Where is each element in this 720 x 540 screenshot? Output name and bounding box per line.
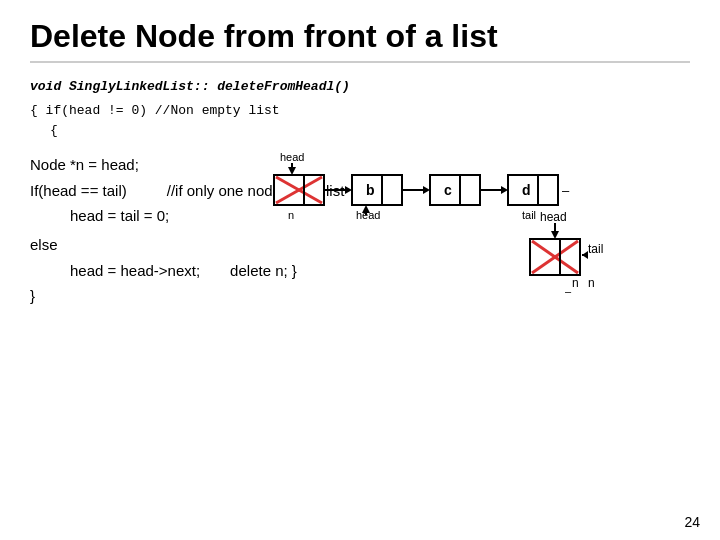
code-line8: head = head->next; [70,262,200,279]
code-line5: If(head == tail) [30,182,127,199]
node-d-rect [508,175,558,205]
main-content: void SinglyLinkedList:: deleteFromHeadl(… [30,77,690,308]
null-label-top: – [565,285,572,297]
code-line1: void SinglyLinkedList:: deleteFromHeadl(… [30,77,690,97]
tail-arrowhead-top [582,251,588,259]
n2-label-top: n [588,276,595,290]
node-b-val: b [366,182,375,198]
node-b-rect [352,175,402,205]
n-label-top: n [572,276,579,290]
page-title: Delete Node from front of a list [30,18,690,63]
node-c-rect [430,175,480,205]
arrow3-head [501,186,508,194]
code-line3: { [50,121,690,142]
arrow1-head [345,186,352,194]
tail-label-top: tail [588,242,603,256]
code-line9: delete n; } [230,262,297,279]
page-number: 24 [684,514,700,530]
node-d-val: d [522,182,531,198]
head-arrowhead-bottom [288,167,296,175]
code-line2: { if(head != 0) //Non empty list [30,101,690,122]
null-end-bottom: – [562,183,570,198]
n-label-bottom: n [288,209,294,221]
node-c-val: c [444,182,452,198]
multi-node-svg: head n b head [270,149,690,229]
page: Delete Node from front of a list void Si… [0,0,720,540]
head-label-bottom: head [280,151,304,163]
arrow2-head [423,186,430,194]
tail-label-bottom: tail [522,209,536,221]
multi-node-diagram: head n b head [270,149,690,233]
